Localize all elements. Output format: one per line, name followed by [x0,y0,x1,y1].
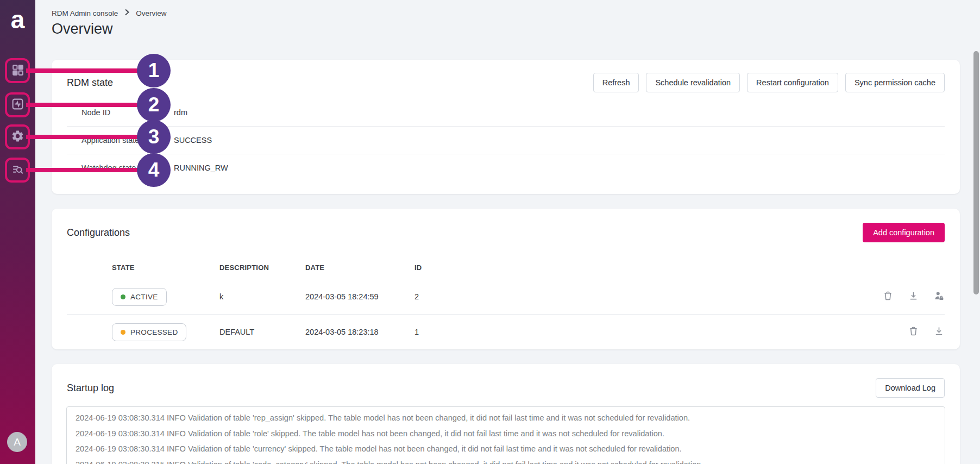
user-lock-icon [933,290,945,303]
annotation-line-1 [26,68,141,73]
node-id-value: rdm [174,108,187,117]
status-badge: PROCESSED [112,323,186,341]
annotation-badge-2: 2 [137,88,171,122]
download-icon [933,325,945,338]
restart-configuration-button[interactable]: Restart configuration [747,73,838,92]
download-configuration-button[interactable] [933,325,945,338]
watchdog-state-row: Watchdog state RUNNING_RW [52,154,960,181]
trash-icon [908,325,919,338]
id-cell: 1 [414,328,852,336]
annotation-line-4 [26,168,141,172]
annotation-line-3 [26,135,141,139]
delete-configuration-button[interactable] [882,290,894,303]
startup-log-viewer[interactable]: 2024-06-19 03:08:30.314 INFO Validation … [66,406,945,464]
log-line: 2024-06-19 03:08:30.315 INFO Validation … [76,457,936,464]
description-cell: k [219,292,305,301]
breadcrumb-root[interactable]: RDM Admin console [52,9,118,17]
schedule-revalidation-button[interactable]: Schedule revalidation [646,73,740,92]
refresh-button[interactable]: Refresh [593,73,639,92]
configuration-row: PROCESSED DEFAULT 2024-03-05 18:23:18 1 [52,315,960,349]
breadcrumb: RDM Admin console Overview [52,9,167,17]
trash-icon [882,290,894,303]
node-id-row: Node ID rdm [52,99,960,126]
monitor-activity-icon [11,97,24,113]
application-state-row: Application state SUCCESS [52,127,960,154]
date-cell: 2024-03-05 18:24:59 [305,292,414,301]
annotation-badge-3: 3 [137,120,171,154]
configurations-card: Configurations Add configuration STATE D… [52,209,960,349]
log-search-icon [11,162,24,178]
column-header-description: DESCRIPTION [219,264,305,272]
startup-log-card: Startup log Download Log 2024-06-19 03:0… [52,364,960,464]
download-icon [908,290,919,303]
download-configuration-button[interactable] [908,290,919,303]
configuration-row: ACTIVE k 2024-03-05 18:24:59 2 [52,279,960,314]
user-avatar[interactable]: A [7,432,27,452]
breadcrumb-chevron-icon [124,9,130,17]
permissions-configuration-button[interactable] [933,290,945,303]
watchdog-state-value: RUNNING_RW [174,164,228,172]
page-scrollbar-thumb[interactable] [973,51,979,294]
delete-configuration-button[interactable] [908,325,919,338]
annotation-badge-1: 1 [137,54,171,87]
dashboard-grid-icon [11,63,24,79]
download-log-button[interactable]: Download Log [876,378,945,398]
sync-permission-cache-button[interactable]: Sync permission cache [845,73,945,92]
column-header-state: STATE [112,264,219,272]
breadcrumb-current: Overview [136,9,166,17]
status-badge: ACTIVE [112,288,167,306]
application-state-value: SUCCESS [174,136,212,145]
status-dot-processed [121,330,125,335]
id-cell: 2 [414,292,852,301]
log-line: 2024-06-19 03:08:30.314 INFO Validation … [76,410,936,426]
rdm-state-title: RDM state [67,77,113,89]
configurations-table-header: STATE DESCRIPTION DATE ID [52,255,960,279]
annotation-line-2 [26,103,141,107]
annotation-badge-4: 4 [137,153,171,187]
column-header-id: ID [414,264,852,272]
settings-gear-icon [11,129,24,145]
description-cell: DEFAULT [219,328,305,336]
log-line: 2024-06-19 03:08:30.314 INFO Validation … [76,441,936,457]
date-cell: 2024-03-05 18:23:18 [305,328,414,336]
app-logo: a [0,4,35,35]
configurations-title: Configurations [67,227,130,239]
add-configuration-button[interactable]: Add configuration [863,223,945,242]
page-title: Overview [52,21,113,37]
column-header-date: DATE [305,264,414,272]
status-dot-active [121,294,125,299]
log-line: 2024-06-19 03:08:30.314 INFO Validation … [76,426,936,442]
rdm-state-card: RDM state Refresh Schedule revalidation … [52,60,960,194]
startup-log-title: Startup log [67,383,114,394]
